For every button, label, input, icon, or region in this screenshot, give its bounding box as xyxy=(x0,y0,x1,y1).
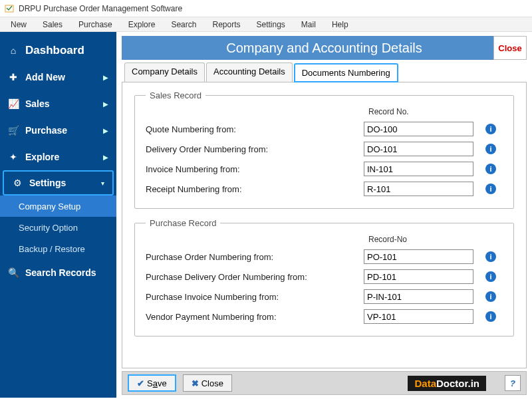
sidebar-item-settings[interactable]: ⚙ Settings ▾ xyxy=(3,170,114,196)
po-label: Purchase Order Numbering from: xyxy=(146,252,358,262)
chevron-right-icon: ▶ xyxy=(103,74,108,81)
purchase-record-col-header: Record-No xyxy=(368,235,503,244)
info-icon[interactable]: i xyxy=(485,271,496,282)
vendor-input[interactable] xyxy=(364,309,473,324)
chart-icon: 📈 xyxy=(8,98,19,109)
quote-input[interactable] xyxy=(364,122,473,136)
compass-icon: ✦ xyxy=(8,152,19,162)
sidebar-item-sales[interactable]: 📈 Sales ▶ xyxy=(0,90,116,117)
vendor-label: Vendor Payment Numbering from: xyxy=(146,312,358,322)
po-input[interactable] xyxy=(364,249,473,264)
sidebar-item-add-new[interactable]: ✚ Add New ▶ xyxy=(0,64,116,90)
receipt-input[interactable] xyxy=(364,182,473,196)
invoice-input[interactable] xyxy=(364,162,473,176)
pdo-input[interactable] xyxy=(364,269,473,284)
save-button[interactable]: ✔ Save xyxy=(128,374,176,392)
quote-label: Quote Numbering from: xyxy=(146,124,358,134)
info-icon[interactable]: i xyxy=(485,164,496,174)
page-title: Company and Accounting Details xyxy=(226,41,422,56)
check-icon: ✔ xyxy=(137,378,144,388)
menu-new[interactable]: New xyxy=(4,19,33,31)
menu-settings[interactable]: Settings xyxy=(250,19,292,31)
sidebar-sub-company-setup[interactable]: Company Setup xyxy=(0,196,116,217)
info-icon[interactable]: i xyxy=(485,291,496,302)
close-button[interactable]: Close xyxy=(493,36,527,60)
purchase-record-legend: Purchase Record xyxy=(146,218,220,228)
tab-accounting-details[interactable]: Accounting Details xyxy=(206,63,293,82)
window-title: DRPU Purchase Order Management Software xyxy=(19,4,182,13)
search-icon: 🔍 xyxy=(8,267,19,278)
info-icon[interactable]: i xyxy=(485,251,496,262)
delivery-label: Delivery Order Numbering from: xyxy=(146,144,358,154)
sidebar: ⌂ Dashboard ✚ Add New ▶ 📈 Sales ▶ 🛒 Purc… xyxy=(0,32,116,398)
chevron-down-icon: ▾ xyxy=(101,180,104,187)
menubar: New Sales Purchase Explore Search Report… xyxy=(0,17,532,32)
sidebar-item-dashboard[interactable]: ⌂ Dashboard xyxy=(0,37,116,64)
home-icon: ⌂ xyxy=(8,45,19,56)
sales-record-col-header: Record No. xyxy=(368,107,503,116)
info-icon[interactable]: i xyxy=(485,184,496,194)
purchase-record-group: Purchase Record Record-No Purchase Order… xyxy=(134,218,514,336)
sidebar-sub-backup[interactable]: Backup / Restore xyxy=(0,238,116,259)
main-area: Company and Accounting Details Close Com… xyxy=(116,32,532,398)
tab-company-details[interactable]: Company Details xyxy=(124,63,205,82)
tab-panel: Sales Record Record No. Quote Numbering … xyxy=(122,82,527,368)
menu-search[interactable]: Search xyxy=(164,19,203,31)
menu-purchase[interactable]: Purchase xyxy=(72,19,119,31)
brand-badge: DataDoctor.in xyxy=(408,376,486,391)
sales-record-legend: Sales Record xyxy=(146,90,205,100)
menu-reports[interactable]: Reports xyxy=(205,19,247,31)
tab-documents-numbering[interactable]: Documents Numbering xyxy=(294,63,398,82)
add-icon: ✚ xyxy=(8,72,19,82)
menu-mail[interactable]: Mail xyxy=(295,19,323,31)
info-icon[interactable]: i xyxy=(485,144,496,154)
help-button[interactable]: ? xyxy=(505,375,521,391)
menu-explore[interactable]: Explore xyxy=(122,19,162,31)
button-bar: ✔ Save ✖ Close DataDoctor.in ? xyxy=(122,371,527,395)
titlebar: DRPU Purchase Order Management Software xyxy=(0,0,532,17)
page-header: Company and Accounting Details Close xyxy=(122,36,527,60)
info-icon[interactable]: i xyxy=(485,124,496,134)
sidebar-item-purchase[interactable]: 🛒 Purchase ▶ xyxy=(0,117,116,144)
sidebar-item-explore[interactable]: ✦ Explore ▶ xyxy=(0,144,116,170)
chevron-right-icon: ▶ xyxy=(103,154,108,161)
delivery-input[interactable] xyxy=(364,142,473,156)
sidebar-item-search-records[interactable]: 🔍 Search Records xyxy=(0,259,116,286)
info-icon[interactable]: i xyxy=(485,311,496,322)
chevron-right-icon: ▶ xyxy=(103,127,108,134)
menu-help[interactable]: Help xyxy=(325,19,355,31)
pinv-input[interactable] xyxy=(364,289,473,304)
chevron-right-icon: ▶ xyxy=(103,100,108,108)
gear-icon: ⚙ xyxy=(12,178,23,188)
cart-icon: 🛒 xyxy=(8,125,19,136)
x-icon: ✖ xyxy=(192,378,199,388)
close-button-bottom[interactable]: ✖ Close xyxy=(183,374,232,392)
menu-sales[interactable]: Sales xyxy=(36,19,69,31)
receipt-label: Receipt Numbering from: xyxy=(146,184,358,194)
pdo-label: Purchase Delivery Order Numbering from: xyxy=(146,272,358,282)
app-icon xyxy=(4,3,15,14)
pinv-label: Purchase Invoice Numbering from: xyxy=(146,292,358,302)
sidebar-sub-security[interactable]: Security Option xyxy=(0,217,116,238)
invoice-label: Invoice Numbering from: xyxy=(146,164,358,174)
sales-record-group: Sales Record Record No. Quote Numbering … xyxy=(134,90,514,209)
tabs: Company Details Accounting Details Docum… xyxy=(122,63,527,82)
